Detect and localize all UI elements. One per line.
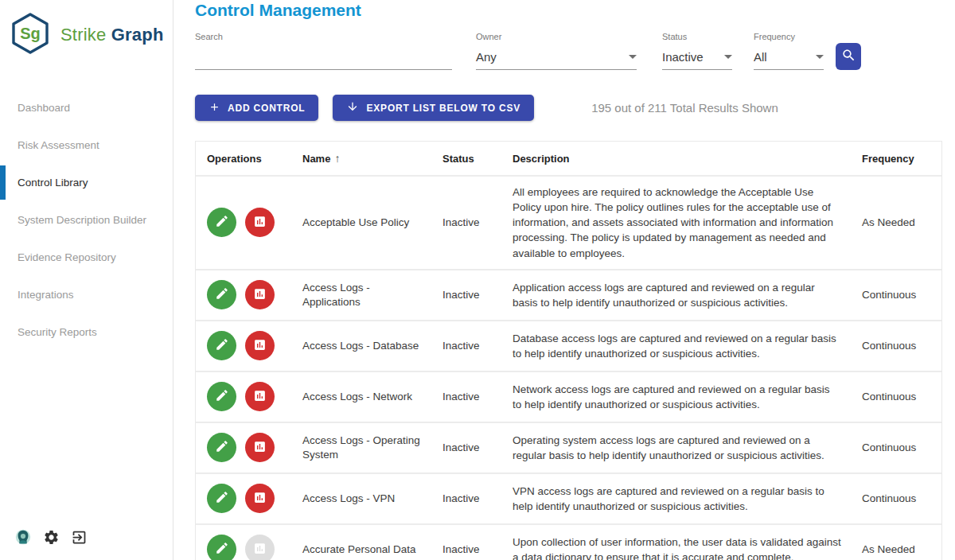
sidebar-item-risk-assessment[interactable]: Risk Assessment: [0, 126, 173, 164]
header-operations: Operations: [207, 153, 302, 165]
control-report-button[interactable]: [245, 382, 275, 411]
bar-chart-icon: [253, 440, 267, 456]
sidebar-item-label: Evidence Repository: [18, 251, 116, 263]
row-operations: [207, 280, 302, 309]
header-description: Description: [513, 153, 862, 165]
results-summary: 195 out of 211 Total Results Shown: [591, 101, 778, 115]
table-row: Access Logs - Operating System Inactive …: [196, 423, 941, 474]
pencil-icon: [215, 337, 229, 354]
pencil-icon: [215, 214, 229, 231]
plus-icon: [209, 101, 220, 115]
frequency-select[interactable]: Frequency All: [754, 32, 824, 70]
control-description: Operating system access logs are capture…: [513, 433, 862, 463]
status-label: Status: [662, 32, 732, 41]
control-report-button: [245, 535, 275, 560]
row-operations: [207, 382, 302, 411]
search-label: Search: [195, 32, 452, 41]
brand-name: Strike Graph: [60, 25, 164, 45]
chevron-down-icon: [724, 55, 732, 59]
main-content: Control Management Search Owner Any Stat…: [174, 0, 955, 560]
edit-control-button[interactable]: [207, 331, 236, 360]
table-row: Acceptable Use Policy Inactive All emplo…: [196, 177, 941, 270]
pencil-icon: [215, 490, 229, 507]
bar-chart-icon: [253, 389, 267, 405]
sidebar-item-evidence-repository[interactable]: Evidence Repository: [0, 239, 173, 276]
search-button[interactable]: [836, 43, 861, 70]
strike-graph-hexagon-icon: Sg: [8, 11, 53, 59]
pencil-icon: [215, 541, 229, 558]
header-name-sortable[interactable]: Name ↑: [302, 152, 442, 165]
control-status: Inactive: [442, 441, 513, 453]
control-name: Access Logs - Database: [302, 339, 442, 353]
sidebar-item-label: Risk Assessment: [18, 139, 99, 151]
row-operations: [207, 484, 302, 513]
control-name: Access Logs - Operating System: [302, 434, 442, 462]
table-header-row: Operations Name ↑ Status Description Fre…: [196, 142, 941, 177]
control-status: Inactive: [442, 216, 513, 228]
bar-chart-icon: [253, 491, 267, 507]
logout-icon[interactable]: [70, 528, 88, 546]
sidebar-footer: [14, 528, 88, 546]
page-title: Control Management: [195, 0, 942, 20]
control-status: Inactive: [442, 492, 513, 504]
active-indicator-bar: [0, 165, 6, 200]
control-status: Inactive: [442, 543, 513, 555]
settings-gear-icon[interactable]: [42, 528, 60, 546]
control-report-button[interactable]: [245, 331, 275, 360]
control-frequency: Continuous: [862, 289, 941, 301]
control-report-button[interactable]: [245, 484, 275, 513]
control-frequency: Continuous: [862, 441, 941, 453]
sidebar-item-control-library[interactable]: Control Library: [0, 164, 173, 201]
svg-text:Sg: Sg: [20, 25, 41, 42]
search-field[interactable]: Search: [195, 32, 452, 70]
owner-select[interactable]: Owner Any: [476, 32, 637, 70]
sidebar-item-system-description-builder[interactable]: System Description Builder: [0, 201, 173, 239]
status-select[interactable]: Status Inactive: [662, 32, 732, 70]
edit-control-button[interactable]: [207, 382, 236, 411]
owner-label: Owner: [476, 32, 637, 41]
action-bar: ADD CONTROL EXPORT LIST BELOW TO CSV 195…: [195, 95, 942, 121]
sidebar-item-security-reports[interactable]: Security Reports: [0, 313, 173, 351]
control-description: Database access logs are captured and re…: [513, 331, 862, 361]
control-frequency: Continuous: [862, 340, 941, 352]
search-input[interactable]: [195, 49, 452, 70]
bar-chart-icon: [253, 215, 267, 231]
row-operations: [207, 433, 302, 462]
table-row: Access Logs - Applications Inactive Appl…: [196, 270, 941, 321]
arrow-down-icon: [346, 100, 359, 115]
sidebar-nav: Dashboard Risk Assessment Control Librar…: [0, 89, 173, 351]
control-frequency: As Needed: [862, 216, 941, 228]
export-csv-button[interactable]: EXPORT LIST BELOW TO CSV: [333, 95, 534, 121]
bar-chart-icon: [253, 542, 267, 558]
edit-control-button[interactable]: [207, 280, 236, 309]
sidebar: Sg Strike Graph Dashboard Risk Assessmen…: [0, 0, 173, 560]
table-row: Access Logs - Network Inactive Network a…: [196, 372, 941, 423]
controls-table: Operations Name ↑ Status Description Fre…: [195, 141, 942, 560]
filter-bar: Search Owner Any Status Inactive Frequen…: [195, 32, 942, 70]
sidebar-item-integrations[interactable]: Integrations: [0, 276, 173, 313]
bar-chart-icon: [253, 338, 267, 354]
user-avatar[interactable]: [14, 528, 32, 546]
control-frequency: Continuous: [862, 492, 941, 504]
table-row: Access Logs - Database Inactive Database…: [196, 321, 941, 372]
control-frequency: Continuous: [862, 391, 941, 402]
add-control-button[interactable]: ADD CONTROL: [195, 95, 318, 121]
brand-logo[interactable]: Sg Strike Graph: [0, 0, 173, 59]
status-value: Inactive: [662, 50, 704, 64]
bar-chart-icon: [253, 287, 267, 303]
control-report-button[interactable]: [245, 433, 275, 462]
control-report-button[interactable]: [245, 208, 275, 237]
owner-value: Any: [476, 50, 497, 64]
edit-control-button[interactable]: [207, 535, 236, 560]
edit-control-button[interactable]: [207, 484, 236, 513]
edit-control-button[interactable]: [207, 433, 236, 462]
frequency-label: Frequency: [754, 32, 824, 41]
table-row: Accurate Personal Data Inactive Upon col…: [196, 525, 941, 560]
control-frequency: As Needed: [862, 543, 941, 555]
pencil-icon: [215, 439, 229, 456]
header-frequency: Frequency: [862, 153, 941, 165]
sidebar-item-dashboard[interactable]: Dashboard: [0, 89, 173, 126]
edit-control-button[interactable]: [207, 208, 236, 237]
control-report-button[interactable]: [245, 280, 275, 309]
control-name: Accurate Personal Data: [302, 542, 442, 557]
